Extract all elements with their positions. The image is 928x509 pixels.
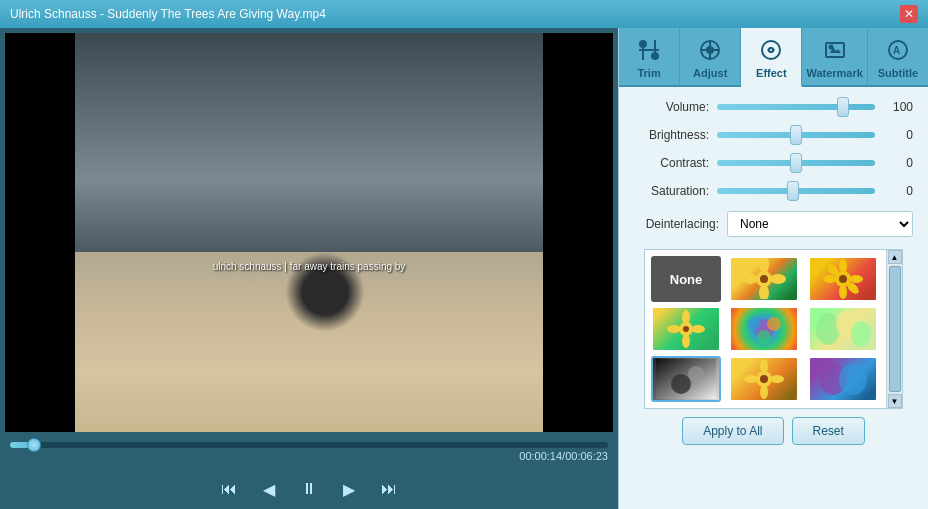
svg-point-27 [682, 334, 690, 348]
svg-point-5 [769, 48, 773, 52]
svg-point-38 [671, 374, 691, 394]
filter-grid-container: None [644, 249, 903, 409]
scrollbar-thumb[interactable] [889, 266, 901, 392]
step-forward-button[interactable]: ▶ [334, 477, 364, 501]
brightness-value: 0 [883, 128, 913, 142]
watermark-icon [821, 36, 849, 64]
step-back-button[interactable]: ◀ [254, 477, 284, 501]
filter-none[interactable]: None [651, 256, 721, 302]
video-content: ulrich schnauss | far away trains passin… [5, 33, 613, 432]
brightness-thumb[interactable] [790, 125, 802, 145]
svg-point-11 [760, 275, 768, 283]
progress-thumb[interactable] [27, 438, 41, 452]
volume-row: Volume: 100 [634, 99, 913, 115]
video-black-bar-left [5, 33, 75, 432]
tab-effect[interactable]: Effect [741, 28, 802, 87]
svg-point-14 [742, 274, 758, 284]
svg-point-36 [851, 321, 871, 347]
svg-point-29 [691, 325, 705, 333]
svg-point-17 [839, 275, 847, 283]
svg-point-0 [640, 41, 646, 47]
tab-trim[interactable]: Trim [619, 28, 680, 85]
filter-scrollbar: ▲ ▼ [886, 250, 902, 408]
svg-point-15 [770, 274, 786, 284]
skip-to-end-button[interactable]: ⏭ [374, 477, 404, 501]
brightness-track [717, 132, 875, 138]
filter-sunflower2[interactable] [808, 256, 878, 302]
svg-point-44 [744, 375, 758, 383]
reset-button[interactable]: Reset [792, 417, 865, 445]
pause-button[interactable]: ⏸ [294, 477, 324, 501]
player-controls: ⏮ ◀ ⏸ ▶ ⏭ [0, 469, 618, 509]
volume-label: Volume: [634, 100, 709, 114]
saturation-slider[interactable] [717, 183, 875, 199]
tab-watermark-label: Watermark [806, 67, 862, 79]
svg-point-13 [759, 285, 769, 299]
svg-text:A: A [893, 45, 900, 56]
progress-bar-area: 00:00:14/00:06:23 [0, 437, 618, 469]
saturation-value: 0 [883, 184, 913, 198]
contrast-slider[interactable] [717, 155, 875, 171]
filter-warm[interactable] [729, 356, 799, 402]
brightness-row: Brightness: 0 [634, 127, 913, 143]
tab-subtitle[interactable]: A Subtitle [868, 28, 928, 85]
volume-thumb[interactable] [837, 97, 849, 117]
video-subtitle: ulrich schnauss | far away trains passin… [213, 261, 406, 272]
effect-settings-panel: Volume: 100 Brightness: 0 [619, 87, 928, 509]
close-button[interactable]: ✕ [900, 5, 918, 23]
saturation-thumb[interactable] [787, 181, 799, 201]
subtitle-icon: A [884, 36, 912, 64]
saturation-label: Saturation: [634, 184, 709, 198]
filter-bloom[interactable] [808, 306, 878, 352]
saturation-row: Saturation: 0 [634, 183, 913, 199]
adjust-icon [696, 36, 724, 64]
svg-point-19 [839, 285, 847, 299]
skip-to-start-button[interactable]: ⏮ [214, 477, 244, 501]
tab-subtitle-label: Subtitle [878, 67, 918, 79]
deinterlacing-select[interactable]: None Low Medium High [727, 211, 913, 237]
volume-track [717, 104, 875, 110]
svg-point-25 [683, 326, 689, 332]
saturation-track [717, 188, 875, 194]
svg-point-26 [682, 310, 690, 324]
svg-point-20 [823, 275, 837, 283]
svg-point-12 [759, 259, 769, 273]
filter-grid: None [645, 250, 902, 408]
tab-watermark[interactable]: Watermark [802, 28, 867, 85]
filter-purple[interactable] [729, 306, 799, 352]
svg-point-43 [760, 385, 768, 399]
svg-point-18 [839, 259, 847, 273]
filter-sunflower1[interactable] [729, 256, 799, 302]
tab-adjust[interactable]: Adjust [680, 28, 741, 85]
right-panel: Trim Adjust [618, 28, 928, 509]
video-area: ulrich schnauss | far away trains passin… [5, 33, 613, 432]
brightness-slider[interactable] [717, 127, 875, 143]
filter-sunflower3[interactable] [651, 306, 721, 352]
scrollbar-down-button[interactable]: ▼ [888, 394, 902, 408]
svg-point-47 [839, 363, 867, 395]
svg-point-41 [760, 375, 768, 383]
svg-point-45 [770, 375, 784, 383]
svg-point-42 [760, 359, 768, 373]
deinterlacing-label: Deinterlacing: [634, 217, 719, 231]
volume-slider[interactable] [717, 99, 875, 115]
filter-bw[interactable] [651, 356, 721, 402]
apply-to-all-button[interactable]: Apply to All [682, 417, 783, 445]
contrast-row: Contrast: 0 [634, 155, 913, 171]
tab-effect-label: Effect [756, 67, 787, 79]
svg-point-34 [816, 313, 840, 345]
video-black-bar-right [543, 33, 613, 432]
contrast-track [717, 160, 875, 166]
svg-point-7 [829, 46, 832, 49]
contrast-label: Contrast: [634, 156, 709, 170]
progress-track[interactable] [10, 442, 608, 448]
scrollbar-up-button[interactable]: ▲ [888, 250, 902, 264]
filter-cool[interactable] [808, 356, 878, 402]
contrast-thumb[interactable] [790, 153, 802, 173]
tabs-bar: Trim Adjust [619, 28, 928, 87]
svg-point-31 [747, 317, 761, 331]
volume-value: 100 [883, 100, 913, 114]
trim-icon [635, 36, 663, 64]
time-display: 00:00:14/00:06:23 [10, 448, 608, 464]
effect-icon [757, 36, 785, 64]
